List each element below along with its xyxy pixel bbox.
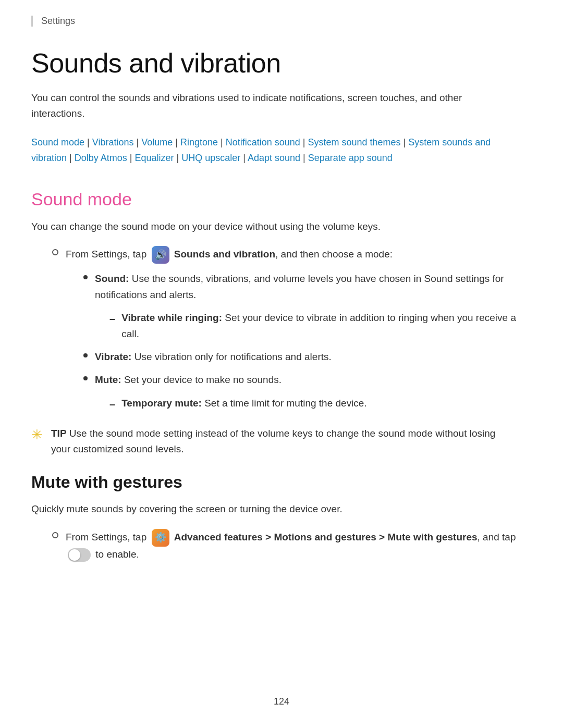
nav-link-equalizer[interactable]: Equalizer bbox=[134, 153, 174, 163]
sound-bullet: Sound: Use the sounds, vibrations, and v… bbox=[83, 271, 532, 303]
temporary-mute-bullet: – Temporary mute: Set a time limit for m… bbox=[109, 396, 532, 412]
dash-bullet-icon-2: – bbox=[109, 396, 115, 412]
toggle-knob bbox=[69, 549, 80, 561]
tip-icon: ✳ bbox=[31, 427, 43, 443]
nav-link-dolby-atmos[interactable]: Dolby Atmos bbox=[75, 153, 127, 163]
page-container: Settings Sounds and vibration You can co… bbox=[0, 0, 563, 728]
nav-link-uhq-upscaler[interactable]: UHQ upscaler bbox=[181, 153, 240, 163]
sound-mode-title: Sound mode bbox=[31, 189, 532, 209]
dot-bullet-icon bbox=[83, 275, 88, 279]
tip-box: ✳ TIP Use the sound mode setting instead… bbox=[31, 426, 511, 458]
mute-bullet: Mute: Set your device to make no sounds. bbox=[83, 372, 532, 388]
dot-bullet-icon-2 bbox=[83, 353, 88, 357]
dot-bullet-icon-3 bbox=[83, 376, 88, 380]
circle-bullet-icon bbox=[52, 249, 58, 255]
dash-bullet-icon: – bbox=[109, 310, 115, 327]
advanced-features-icon bbox=[152, 529, 169, 547]
nav-link-volume[interactable]: Volume bbox=[141, 137, 173, 147]
sound-mode-bullet-1: From Settings, tap Sounds and vibration,… bbox=[52, 246, 532, 264]
breadcrumb: Settings bbox=[31, 16, 532, 27]
vibrate-bullet: Vibrate: Use vibration only for notifica… bbox=[83, 349, 532, 365]
vibrate-while-ringing-bullet: – Vibrate while ringing: Set your device… bbox=[109, 310, 532, 342]
sounds-and-vibration-icon bbox=[152, 246, 169, 264]
intro-text: You can control the sounds and vibration… bbox=[31, 90, 500, 122]
circle-bullet-icon-2 bbox=[52, 532, 58, 538]
mute-gestures-description: Quickly mute sounds by covering the scre… bbox=[31, 501, 511, 517]
nav-link-sound-mode[interactable]: Sound mode bbox=[31, 137, 84, 147]
toggle-switch[interactable] bbox=[68, 548, 91, 562]
nav-link-separate-app-sound[interactable]: Separate app sound bbox=[308, 153, 393, 163]
page-number: 124 bbox=[0, 696, 563, 707]
nav-link-adapt-sound[interactable]: Adapt sound bbox=[248, 153, 300, 163]
page-title: Sounds and vibration bbox=[31, 47, 532, 79]
nav-link-notification-sound[interactable]: Notification sound bbox=[226, 137, 300, 147]
nav-link-ringtone[interactable]: Ringtone bbox=[180, 137, 218, 147]
sound-mode-section: Sound mode You can change the sound mode… bbox=[31, 189, 532, 458]
mute-gestures-section: Mute with gestures Quickly mute sounds b… bbox=[31, 473, 532, 562]
sound-mode-description: You can change the sound mode on your de… bbox=[31, 219, 511, 235]
mute-gestures-bullet-1: From Settings, tap Advanced features > M… bbox=[52, 529, 532, 562]
nav-link-vibrations[interactable]: Vibrations bbox=[92, 137, 134, 147]
nav-link-system-sound-themes[interactable]: System sound themes bbox=[308, 137, 400, 147]
mute-gestures-title: Mute with gestures bbox=[31, 473, 532, 492]
nav-links: Sound mode | Vibrations | Volume | Ringt… bbox=[31, 134, 527, 166]
